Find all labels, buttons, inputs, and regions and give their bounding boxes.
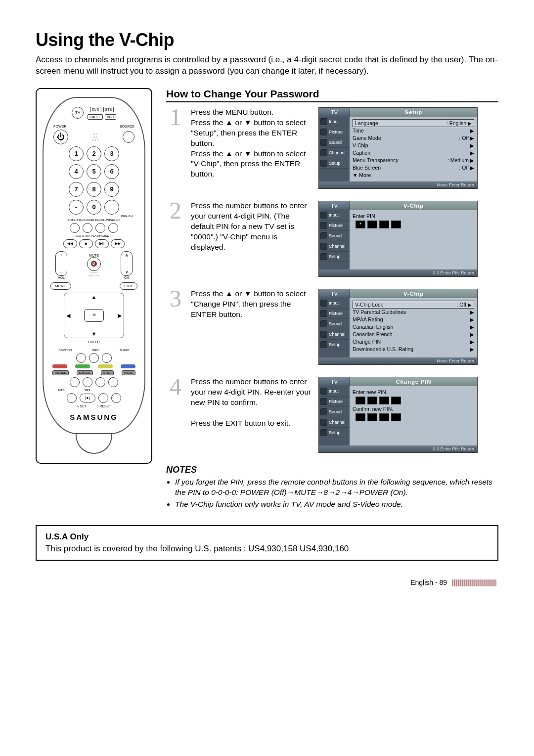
step-number: 2 bbox=[166, 201, 185, 221]
intro-text: Access to channels and programs is contr… bbox=[36, 54, 498, 77]
osd-side-item: Sound bbox=[319, 231, 350, 241]
osd-row: MPAA Rating ▶ bbox=[353, 316, 474, 323]
remote-num-5: 5 bbox=[87, 164, 101, 179]
remote-mode-cable: CABLE bbox=[88, 114, 103, 120]
step-number: 4 bbox=[166, 377, 185, 397]
osd-side-item: Sound bbox=[319, 319, 350, 329]
osd-row: Canadian French ▶ bbox=[353, 331, 474, 338]
osd-tv-tab: TV bbox=[319, 108, 350, 117]
remote-prech-btn bbox=[104, 200, 119, 215]
page-title: Using the V-Chip bbox=[36, 30, 498, 50]
osd-side-item: Picture bbox=[319, 309, 350, 319]
osd-footer: Move Enter Return bbox=[319, 357, 477, 364]
osd-side-item: Sound bbox=[319, 407, 350, 417]
osd-side-item: Setup bbox=[319, 340, 350, 350]
osd-tv-tab: TV bbox=[319, 377, 350, 386]
osd-tv-tab: TV bbox=[319, 289, 350, 298]
step-number: 1 bbox=[166, 107, 185, 128]
remote-num-6: 6 bbox=[104, 164, 119, 179]
osd-title: Setup bbox=[350, 108, 477, 117]
usa-body: This product is covered by the following… bbox=[45, 544, 489, 554]
remote-transport-labels: REW STOP PLAY/PAUSE FF bbox=[48, 234, 139, 237]
osd-row: V-Chip Lock: Off ▶ bbox=[353, 301, 474, 309]
remote-prech-label: PRE-CH bbox=[48, 215, 139, 218]
pin-box bbox=[379, 397, 389, 404]
rew-icon: ◀◀ bbox=[63, 239, 77, 248]
remote-num-0: 0 bbox=[87, 200, 101, 215]
pin-box bbox=[391, 413, 401, 421]
usa-box: U.S.A Only This product is covered by th… bbox=[36, 525, 498, 561]
osd-footer: 0-9 Enter PIN Return bbox=[319, 269, 477, 276]
remote-exit: EXIT bbox=[120, 282, 137, 290]
osd-row: Blue Screen: Off ▶ bbox=[353, 164, 474, 172]
osd-footer: Move Enter Return bbox=[319, 181, 477, 188]
stop-icon: ■ bbox=[79, 239, 93, 248]
pin-box bbox=[391, 221, 401, 228]
remote-num-8: 8 bbox=[87, 182, 101, 197]
step-text: Press the number buttons to enter your n… bbox=[191, 377, 312, 429]
step: 2Press the number buttons to enter your … bbox=[166, 201, 498, 277]
red-bar-icon bbox=[52, 364, 67, 368]
osd-side-item: Channel bbox=[319, 148, 350, 158]
step-text: Press the number buttons to enter your c… bbox=[191, 201, 312, 253]
osd-side-item: Input bbox=[319, 210, 350, 221]
osd-title: V-Chip bbox=[350, 289, 477, 298]
remote-mode-stb: STB bbox=[103, 107, 114, 112]
remote-source-btn bbox=[123, 131, 134, 143]
osd-screenshot: TVSetupInputPictureSoundChannelSetupLang… bbox=[318, 107, 478, 189]
remote-menu: MENU bbox=[50, 282, 71, 290]
page-footer: English - 89 bbox=[410, 578, 447, 586]
remote-num-7: 7 bbox=[69, 182, 84, 197]
osd-title: Change PIN bbox=[350, 377, 477, 386]
remote-ch: ∧∨ bbox=[121, 251, 133, 276]
usa-heading: U.S.A Only bbox=[45, 532, 489, 542]
remote-dash: - bbox=[69, 200, 84, 215]
remote-num-3: 3 bbox=[104, 146, 119, 161]
remote-illustration: TV DVD STB CABLE VCR bbox=[36, 88, 152, 464]
remote-vol: +− bbox=[55, 251, 67, 276]
step: 3Press the ▲ or ▼ button to select "Chan… bbox=[166, 289, 498, 365]
pin-box bbox=[391, 397, 401, 404]
osd-row: Time ▶ bbox=[353, 127, 474, 134]
osd-title: V-Chip bbox=[350, 201, 477, 210]
osd-footer: 0-9 Enter PIN Return bbox=[319, 445, 477, 452]
osd-side-item: Picture bbox=[319, 397, 350, 407]
remote-num-4: 4 bbox=[69, 164, 84, 179]
osd-row: Canadian English ▶ bbox=[353, 323, 474, 331]
remote-num-9: 9 bbox=[104, 182, 119, 197]
osd-tv-tab: TV bbox=[319, 201, 350, 210]
osd-side-item: Setup bbox=[319, 158, 350, 169]
osd-side-item: Setup bbox=[319, 428, 350, 438]
note-item: The V-Chip function only works in TV, AV… bbox=[175, 499, 498, 510]
osd-side-item: Channel bbox=[319, 329, 350, 340]
step-text: Press the ▲ or ▼ button to select "Chang… bbox=[191, 289, 312, 320]
osd-screenshot: TVV-ChipInputPictureSoundChannelSetupEnt… bbox=[318, 201, 478, 277]
osd-side-item: Input bbox=[319, 117, 350, 127]
play-pause-icon: ▶II bbox=[95, 239, 109, 248]
remote-mode-dvd: DVD bbox=[90, 107, 101, 112]
remote-enter-label: ENTER bbox=[48, 340, 139, 344]
pin-box bbox=[367, 397, 377, 404]
pin-box bbox=[356, 413, 365, 421]
green-bar-icon bbox=[75, 364, 90, 368]
osd-screenshot: TVChange PINInputPictureSoundChannelSetu… bbox=[318, 377, 478, 453]
power-icon: ⏻ bbox=[53, 130, 68, 144]
step: 1Press the MENU button.Press the ▲ or ▼ … bbox=[166, 107, 498, 189]
remote-dpad: ▲ ▼ ◀ ▶ ⏎ bbox=[64, 293, 124, 338]
blue-bar-icon bbox=[121, 364, 135, 368]
notes-heading: NOTES bbox=[166, 465, 498, 475]
remote-row-labels: ANTENNA CH.MGR FAV.CH WISELINK bbox=[48, 219, 139, 222]
osd-screenshot: TVV-ChipInputPictureSoundChannelSetupV-C… bbox=[318, 289, 478, 365]
pin-box bbox=[367, 221, 377, 228]
yellow-bar-icon bbox=[98, 364, 113, 368]
remote-tv: TV bbox=[72, 107, 84, 119]
ff-icon: ▶▶ bbox=[111, 239, 125, 248]
mute-icon: 🔇 bbox=[87, 257, 101, 271]
osd-row: V-Chip ▶ bbox=[353, 142, 474, 149]
section-title: How to Change Your Password bbox=[166, 88, 498, 102]
osd-row: TV Parental Guidelines ▶ bbox=[353, 309, 474, 316]
osd-side-item: Channel bbox=[319, 241, 350, 252]
osd-row: Language: English ▶ bbox=[353, 119, 474, 127]
remote-num-2: 2 bbox=[87, 146, 101, 161]
remote-source-label: SOURCE bbox=[120, 125, 134, 128]
